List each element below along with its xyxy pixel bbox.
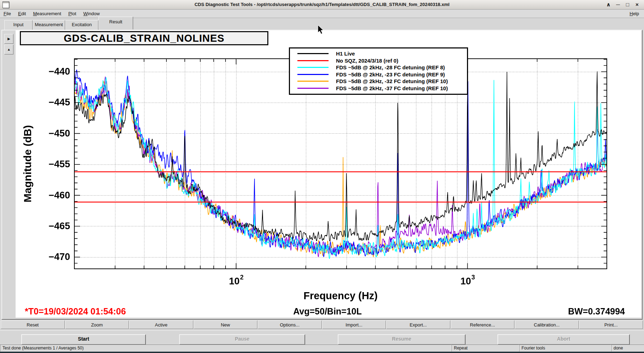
legend-label: No SQZ, 2024/3/18 (ref 0) [336,58,398,64]
legend-line-sample [297,81,329,82]
status-bar: Test done (Measurements 1 / Averages 50)… [0,345,644,352]
pause-button[interactable]: Pause [179,334,305,345]
menu-plot[interactable]: Plot [65,10,80,18]
zoom-button[interactable]: Zoom [65,320,129,329]
menu-file[interactable]: File [0,10,15,18]
reference-button[interactable]: Reference... [451,320,515,329]
legend-item: FDS ~5dB @ 2kHz, -37 FC detuning (REF 10… [290,85,467,92]
shade-icon[interactable]: ∧ [604,1,613,8]
resume-button[interactable]: Resume [338,334,466,345]
abort-button[interactable]: Abort [497,334,630,345]
menu-measurement[interactable]: Measurement [29,10,65,18]
plot-toolbar: ResetZoomActiveNewOptions...Import...Exp… [1,320,643,329]
plot-title: GDS-CALIB_STRAIN_NOLINES [64,33,224,44]
tab-measurement[interactable]: Measurement [33,20,65,30]
legend-label: FDS ~5dB @ 2kHz, -28 FC detuning (REF 8) [336,64,445,70]
export-button[interactable]: Export... [386,320,450,329]
tab-excitation[interactable]: Excitation [65,20,98,30]
legend-line-sample [297,88,329,89]
calibration-button[interactable]: Calibration... [515,320,579,329]
plot-title-box: GDS-CALIB_STRAIN_NOLINES [20,31,268,45]
legend-line-sample [297,53,329,54]
pane-up-button[interactable]: ▲ [4,45,13,54]
legend-item: FDS ~5dB @ 2kHz, -28 FC detuning (REF 8) [290,64,467,71]
legend-label: FDS ~5dB @ 2kHz, -32 FC detuning (REF 10… [336,78,448,84]
close-icon[interactable]: × [632,1,642,8]
t0-label: *T0=19/03/2024 01:54:06 [25,306,126,317]
reset-button[interactable]: Reset [1,320,65,329]
active-button[interactable]: Active [129,320,193,329]
legend-label: FDS ~5dB @ 2kHz, -23 FC detuning (REF 9) [336,71,445,77]
menu-edit[interactable]: Edit [15,10,29,18]
status-field: Fourier tools [519,345,611,352]
tab-input[interactable]: Input [4,20,33,30]
legend-line-sample [297,74,329,75]
start-button[interactable]: Start [21,334,146,345]
legend-line-sample [297,67,329,68]
legend-item: FDS ~5dB @ 2kHz, -32 FC detuning (REF 10… [290,78,467,85]
plot-legend: H1 LiveNo SQZ, 2024/3/18 (ref 0)FDS ~5dB… [289,47,468,95]
new-button[interactable]: New [194,320,258,329]
dtt-window: CDS Diagnostic Test Tools - /opt/rtcds/u… [0,0,644,353]
menu-bar: FileEditMeasurementPlotWindowHelp [0,10,644,18]
minimize-icon[interactable]: ─ [613,1,623,8]
bw-label: BW=0.374994 [568,306,625,317]
options-button[interactable]: Options... [258,320,322,329]
pane-next-button[interactable]: ▶ [4,34,13,44]
arrow-up-icon: ▲ [7,47,11,51]
mouse-cursor [318,25,325,35]
menu-help[interactable]: Help [627,11,641,18]
window-border [0,352,644,353]
arrow-right-icon: ▶ [7,37,10,41]
legend-item: FDS ~5dB @ 2kHz, -23 FC detuning (REF 9) [290,71,467,78]
legend-item: H1 Live [290,50,467,57]
print-button[interactable]: Print... [579,320,643,329]
maximize-icon[interactable]: □ [623,1,632,8]
status-field: done [611,345,644,352]
status-field: Repeat [451,345,519,352]
measurement-controls: StartPauseResumeAbort [0,330,644,345]
tab-bar: InputMeasurementExcitationResult [4,19,133,30]
title-bar[interactable]: CDS Diagnostic Test Tools - /opt/rtcds/u… [0,0,644,10]
status-field: Test done (Measurements 1 / Averages 50) [0,345,451,352]
legend-item: No SQZ, 2024/3/18 (ref 0) [290,57,467,64]
window-title: CDS Diagnostic Test Tools - /opt/rtcds/u… [0,2,644,7]
legend-label: FDS ~5dB @ 2kHz, -37 FC detuning (REF 10… [336,85,448,91]
avg-bin-label: Avg=50/Bin=10L [293,306,362,317]
legend-label: H1 Live [336,51,355,57]
legend-line-sample [297,60,329,61]
tab-result[interactable]: Result [98,17,133,30]
window-controls: ∧ ─ □ × [604,1,642,8]
import-button[interactable]: Import... [322,320,386,329]
